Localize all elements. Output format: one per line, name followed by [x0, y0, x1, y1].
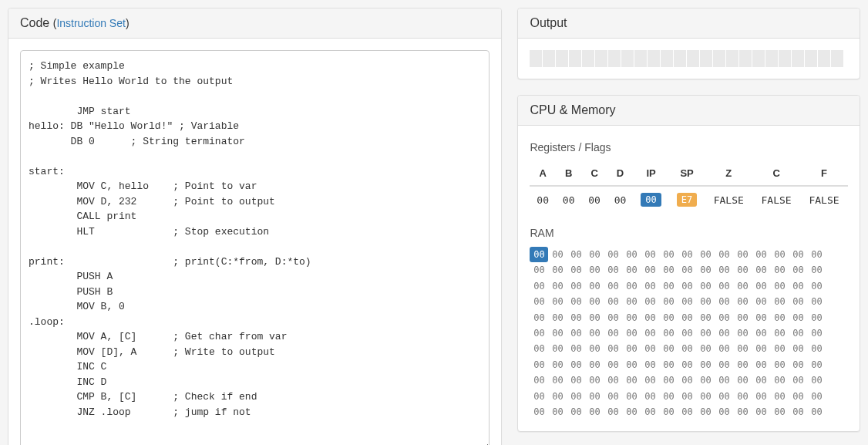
ram-cell: 00 [678, 341, 696, 356]
ram-cell: 00 [752, 278, 770, 294]
output-cell [648, 50, 660, 67]
register-header: SP [669, 161, 705, 186]
ram-cell: 00 [622, 278, 641, 294]
ram-cell: 00 [789, 310, 807, 325]
register-header: F [800, 161, 848, 186]
ram-cell: 00 [807, 389, 826, 404]
ram-cell: 00 [715, 389, 733, 404]
ram-cell: 00 [678, 389, 696, 404]
ram-cell: 00 [548, 373, 567, 388]
ram-cell: 00 [641, 357, 659, 373]
ram-label: RAM [530, 227, 848, 239]
ram-cell: 00 [696, 247, 715, 262]
output-cell [608, 50, 621, 67]
output-cell [739, 50, 752, 67]
cpu-memory-title: CPU & Memory [530, 103, 615, 116]
register-value: E7 [669, 186, 705, 213]
ram-cell: 00 [604, 294, 622, 309]
cpu-memory-panel: CPU & Memory Registers / Flags ABCDIPSPZ… [517, 95, 860, 432]
instruction-set-link[interactable]: Instruction Set [56, 17, 126, 29]
ram-cell: 00 [752, 325, 770, 341]
ram-cell: 00 [548, 357, 567, 373]
output-cell [674, 50, 686, 67]
output-cell [700, 50, 712, 67]
ram-cell: 00 [604, 310, 622, 325]
register-header: C [752, 161, 800, 186]
ram-cell: 00 [807, 373, 826, 388]
ram-cell: 00 [770, 389, 789, 404]
ram-cell: 00 [789, 389, 807, 404]
ram-cell: 00 [567, 247, 585, 262]
ram-row: 00000000000000000000000000000000 [530, 294, 848, 309]
ram-cell: 00 [696, 310, 715, 325]
ram-cell: 00 [530, 341, 548, 356]
ram-cell: 00 [789, 373, 807, 388]
ram-cell: 00 [715, 262, 733, 278]
ram-cell: 00 [733, 262, 752, 278]
ram-cell: 00 [622, 389, 641, 404]
register-value: 00 [607, 186, 633, 213]
ram-cell: 00 [622, 262, 641, 278]
ram-cell: 00 [585, 357, 604, 373]
ram-cell: 00 [567, 325, 585, 341]
ram-cell: 00 [678, 247, 696, 262]
ram-cell: 00 [567, 310, 585, 325]
ram-cell: 00 [548, 389, 567, 404]
ram-cell: 00 [641, 389, 659, 404]
ram-cell: 00 [752, 389, 770, 404]
ram-cell: 00 [604, 262, 622, 278]
ram-cell: 00 [696, 262, 715, 278]
ram-cell: 00 [567, 389, 585, 404]
ram-cell: 00 [733, 404, 752, 420]
register-value: 00 [556, 186, 581, 213]
ram-cell: 00 [678, 325, 696, 341]
ram-cell: 00 [807, 294, 826, 309]
ram-cell: 00 [696, 373, 715, 388]
register-header: A [530, 161, 555, 186]
registers-table: ABCDIPSPZCF 0000000000E7FALSEFALSEFALSE [530, 161, 848, 213]
output-panel-heading: Output [518, 8, 860, 39]
ram-cell: 00 [659, 247, 678, 262]
ram-cell: 00 [567, 294, 585, 309]
ram-cell: 00 [622, 373, 641, 388]
output-cell [726, 50, 738, 67]
code-editor[interactable] [20, 50, 490, 445]
ram-cell: 00 [678, 357, 696, 373]
ram-cell: 00 [548, 325, 567, 341]
output-cell [634, 50, 647, 67]
output-cell [569, 50, 581, 67]
ram-row: 00000000000000000000000000000000 [530, 373, 848, 388]
ram-cell: 00 [530, 294, 548, 309]
ram-cell: 00 [733, 373, 752, 388]
ram-cell: 00 [530, 357, 548, 373]
ram-cell: 00 [622, 325, 641, 341]
register-header: D [607, 161, 633, 186]
ram-cell: 00 [715, 247, 733, 262]
ram-cell: 00 [622, 247, 641, 262]
ram-cell: 00 [770, 357, 789, 373]
ram-cell: 00 [548, 247, 567, 262]
ram-row: 00000000000000000000000000000000 [530, 357, 848, 373]
ram-cell: 00 [733, 357, 752, 373]
ram-cell: 00 [604, 325, 622, 341]
ram-cell: 00 [789, 278, 807, 294]
ram-cell: 00 [641, 341, 659, 356]
ram-cell: 00 [789, 325, 807, 341]
output-cell [752, 50, 765, 67]
ram-cell: 00 [752, 310, 770, 325]
code-panel: Code (Instruction Set) [8, 8, 502, 445]
ram-cell: 00 [585, 404, 604, 420]
ram-cell: 00 [715, 325, 733, 341]
ram-cell: 00 [548, 262, 567, 278]
output-cell [530, 50, 542, 67]
ram-cell: 00 [789, 357, 807, 373]
ram-cell: 00 [659, 262, 678, 278]
ram-cell: 00 [789, 404, 807, 420]
ram-cell-ip: 00 [530, 247, 548, 262]
register-header: B [556, 161, 581, 186]
register-header: Z [705, 161, 752, 186]
ram-cell: 00 [530, 404, 548, 420]
ram-cell: 00 [696, 341, 715, 356]
ram-cell: 00 [733, 389, 752, 404]
ram-cell: 00 [807, 404, 826, 420]
